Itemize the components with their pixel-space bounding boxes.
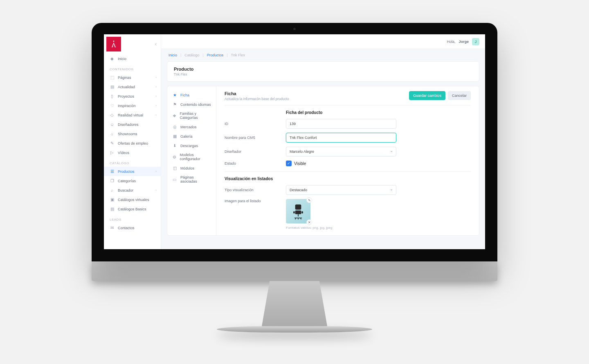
nav-icon: ⌕ — [110, 188, 115, 192]
sidebar-item-label: Inspiración — [118, 104, 136, 108]
sidebar-item-label: Catálogos virtuales — [118, 198, 149, 202]
breadcrumb-sep: | — [227, 53, 227, 57]
sidebar-item-actualidad[interactable]: ▤Actualidad› — [104, 82, 161, 92]
sidebar-item-label: Showrooms — [118, 132, 137, 136]
chevron-right-icon: › — [155, 188, 157, 192]
breadcrumb-item[interactable]: Productos — [207, 53, 224, 57]
tab-icon: ❖ — [172, 114, 177, 118]
editor-tab-módulos[interactable]: ◫Módulos — [167, 163, 216, 173]
svg-rect-2 — [295, 210, 301, 214]
sidebar-item-label: Actualidad — [118, 85, 135, 89]
save-button[interactable]: Guardar cambios — [409, 91, 445, 100]
svg-rect-4 — [293, 211, 295, 214]
sidebar-item-inicio[interactable]: ◆ Inicio — [104, 54, 161, 63]
thumbnail-hint: Formatos válidos: png, jpg, jpeg — [286, 226, 332, 230]
sidebar-item-label: Proyectos — [118, 94, 134, 98]
sidebar-section-title: CONTENIDOS — [104, 63, 161, 73]
home-icon: ◆ — [110, 56, 115, 61]
main: Hola, Jorge J Inicio|Catálogo|Productos|… — [161, 34, 485, 249]
remove-thumbnail-icon[interactable]: ✕ — [306, 219, 312, 225]
editor-tab-contenido-idiomas[interactable]: ⚑Contenido idiomas — [167, 100, 216, 109]
sidebar-item-label: Catálogos Basics — [118, 207, 146, 211]
chevron-right-icon: › — [155, 94, 157, 98]
sidebar-item-páginas[interactable]: ⬚Páginas› — [104, 73, 161, 82]
sidebar: ‹ ◆ Inicio CONTENIDOS⬚Páginas›▤Actualida… — [104, 34, 161, 249]
sidebar-item-catálogos-basics[interactable]: ▤Catálogos Basics — [104, 204, 161, 214]
designer-select[interactable]: Marcelo Alegre — [286, 147, 396, 156]
editor-tab-label: Galería — [180, 134, 193, 138]
topbar: Hola, Jorge J — [161, 34, 485, 49]
tab-icon: ★ — [172, 93, 177, 97]
vistype-select[interactable]: Destacado — [286, 185, 396, 195]
product-header-card: Producto Tnk Flex — [167, 61, 479, 82]
sidebar-item-label: Diseñadores — [118, 123, 139, 127]
editor-tab-páginas-asociadas[interactable]: ▭Páginas asociadas — [167, 173, 216, 186]
sidebar-item-ofertas-de-empleo[interactable]: ✎Ofertas de empleo — [104, 138, 161, 148]
id-input[interactable] — [286, 119, 396, 129]
vistype-label: Tipo visualización — [225, 188, 278, 192]
editor-tab-mercados[interactable]: ◎Mercados — [167, 122, 216, 132]
nav-icon: ▣ — [110, 197, 115, 202]
sidebar-item-catálogos-virtuales[interactable]: ▣Catálogos virtuales — [104, 195, 161, 204]
breadcrumb-sep: | — [202, 53, 203, 57]
sidebar-item-inspiración[interactable]: ♡Inspiración› — [104, 101, 161, 110]
edit-thumbnail-icon[interactable]: ✎ — [306, 197, 312, 203]
name-input[interactable] — [286, 133, 396, 143]
nav-icon: ⬚ — [110, 75, 115, 80]
editor-tab-galería[interactable]: ▦Galería — [167, 132, 216, 141]
sidebar-item-proyectos[interactable]: ▯Proyectos› — [104, 92, 161, 101]
sidebar-item-label: Ofertas de empleo — [118, 141, 148, 145]
nav-icon: ▤ — [110, 207, 115, 211]
nav-icon: ▷ — [110, 150, 115, 155]
sidebar-item-diseñadores[interactable]: ☺Diseñadores — [104, 120, 161, 129]
sidebar-item-productos[interactable]: ☰Productos› — [104, 167, 161, 176]
svg-point-0 — [113, 41, 115, 42]
editor-tab-descargas[interactable]: ⬇Descargas — [167, 141, 216, 150]
editor-tab-modelos-configurador[interactable]: ⚙Modelos configurador — [167, 150, 216, 163]
logo-icon — [110, 40, 117, 48]
nav-icon: ☺ — [110, 122, 115, 127]
svg-rect-5 — [301, 211, 303, 214]
collapse-sidebar-icon[interactable]: ‹ — [155, 41, 157, 47]
monitor-foot — [217, 326, 372, 333]
nav-icon: ▯ — [110, 94, 115, 98]
sidebar-item-showrooms[interactable]: ⌂Showrooms — [104, 129, 161, 138]
chevron-right-icon: › — [155, 170, 157, 173]
breadcrumb-item[interactable]: Inicio — [169, 53, 177, 57]
sidebar-item-categorías[interactable]: ❐Categorías — [104, 176, 161, 185]
designer-label: Diseñador — [225, 150, 278, 154]
sidebar-item-vídeos[interactable]: ▷Vídeos — [104, 148, 161, 157]
avatar[interactable]: J — [472, 38, 479, 45]
cancel-button[interactable]: Cancelar — [448, 91, 471, 100]
breadcrumb-sep: | — [180, 53, 181, 57]
sidebar-item-realidad-virtual[interactable]: ◇Realidad virtual› — [104, 110, 161, 120]
nav-icon: ☰ — [110, 169, 115, 174]
logo — [106, 37, 121, 51]
chevron-right-icon: › — [155, 85, 157, 89]
listing-thumbnail — [286, 199, 310, 223]
page-title: Producto — [174, 67, 472, 71]
tab-icon: ▦ — [172, 134, 177, 138]
editor-tab-ficha[interactable]: ★Ficha — [167, 90, 216, 100]
tab-icon: ◫ — [172, 166, 177, 170]
visible-checkbox[interactable]: ✓ — [286, 161, 292, 166]
editor-tab-familias-y-categorías[interactable]: ❖Familias y Categorías — [167, 109, 216, 122]
chair-icon — [290, 202, 306, 220]
thumb-label: Imagen para el listado — [225, 199, 278, 203]
sidebar-section-title: CATÁLOGO — [104, 157, 161, 167]
monitor-stand — [262, 281, 327, 330]
sidebar-item-buscador[interactable]: ⌕Buscador› — [104, 185, 161, 195]
editor-tab-label: Familias y Categorías — [180, 112, 211, 120]
editor-tab-label: Modelos configurador — [180, 153, 211, 161]
sidebar-item-contactos[interactable]: ✉Contactos — [104, 223, 161, 232]
tab-icon: ⬇ — [172, 143, 177, 148]
editor-tab-label: Descargas — [180, 144, 198, 148]
chevron-right-icon: › — [155, 76, 157, 79]
sidebar-item-label: Categorías — [118, 179, 136, 183]
breadcrumb-item: Catálogo — [184, 53, 199, 57]
editor-title: Ficha — [225, 91, 289, 96]
breadcrumb: Inicio|Catálogo|Productos|Tnk Flex — [161, 49, 485, 61]
editor-tab-label: Ficha — [180, 93, 189, 97]
camera-icon — [293, 28, 296, 30]
svg-rect-1 — [295, 205, 301, 210]
